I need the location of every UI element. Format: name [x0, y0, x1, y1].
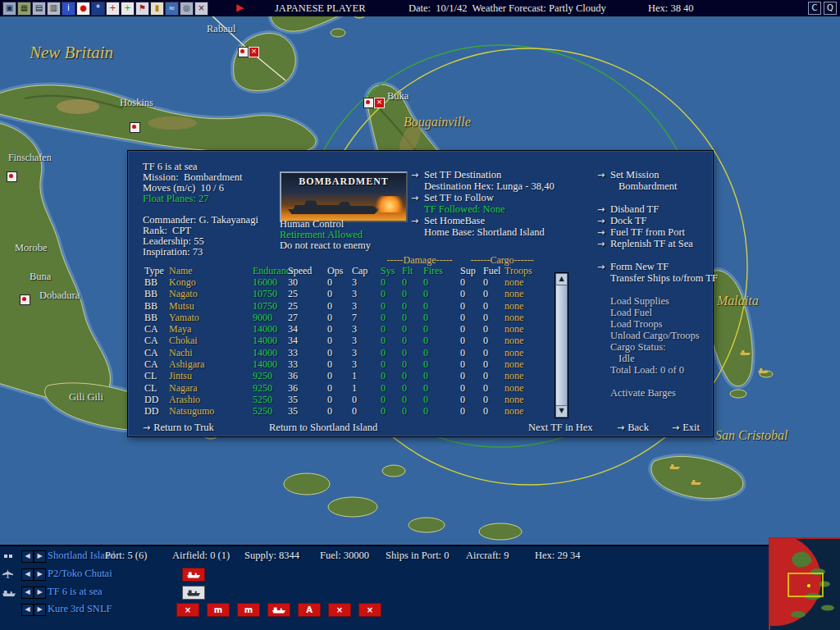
- japan-base-marker[interactable]: [20, 294, 30, 305]
- info-icon[interactable]: i: [62, 2, 75, 16]
- play-icon[interactable]: ▶: [236, 2, 244, 14]
- exit-button[interactable]: →Exit: [672, 422, 700, 434]
- next-button[interactable]: ▶: [34, 604, 46, 616]
- zoom-icon[interactable]: ◎: [180, 2, 194, 16]
- unit-icon-x[interactable]: ×: [358, 603, 381, 617]
- japan-flag-icon[interactable]: ●: [76, 2, 90, 16]
- ship-row-maya[interactable]: CAMaya14000340300000none: [144, 323, 544, 335]
- portrait-lines: Human ControlRetirement AllowedDo not re…: [280, 219, 371, 251]
- enemy-x-marker[interactable]: ×: [374, 98, 385, 108]
- scroll-track[interactable]: [555, 285, 568, 405]
- enemy-x-marker[interactable]: ×: [249, 47, 259, 57]
- unit-icon-ship[interactable]: [267, 603, 290, 617]
- ship-row-ashigara[interactable]: CAAshigara14000330300000none: [144, 358, 544, 370]
- prev-button[interactable]: ◀: [21, 568, 34, 581]
- label: Set TF Destination: [424, 169, 501, 180]
- unit-icon-A[interactable]: A: [298, 603, 321, 617]
- next-tf-in-hex-button[interactable]: Next TF in Hex: [528, 422, 593, 434]
- name: Maya: [169, 323, 253, 336]
- japan-base-marker[interactable]: [363, 98, 374, 108]
- scroll-down-button[interactable]: ▼: [555, 405, 568, 418]
- mission-portrait: BOMBARDMENT: [280, 171, 408, 222]
- unit-icon-x[interactable]: ×: [176, 603, 199, 617]
- prev-button[interactable]: ◀: [21, 550, 34, 563]
- return-to-truk-button[interactable]: →Return to Truk: [143, 422, 214, 434]
- entity-link[interactable]: Kure 3rd SNLF: [48, 603, 112, 615]
- entity-link[interactable]: TF 6 is at sea: [48, 586, 103, 598]
- speed: 34: [288, 323, 327, 336]
- do-not-react-to-enemy[interactable]: Do not react to enemy: [280, 240, 371, 251]
- allied-flag-icon[interactable]: *: [91, 2, 105, 16]
- label: Destination Hex: Lunga - 38,40: [424, 180, 555, 192]
- print-icon[interactable]: ▥: [47, 2, 61, 16]
- disband-tf[interactable]: →Disband TF: [597, 203, 718, 215]
- load-supplies[interactable]: Load Supplies: [597, 295, 718, 307]
- save-icon[interactable]: ▤: [32, 2, 46, 16]
- ship-row-jintsu[interactable]: CLJintsu9250360100000none: [144, 370, 544, 381]
- green-cross-icon[interactable]: +: [121, 2, 135, 16]
- label: Next TF in Hex: [528, 422, 593, 433]
- set-mission[interactable]: →Set Mission: [597, 169, 718, 180]
- ship-row-yamato[interactable]: BBYamato9000270700000none: [144, 312, 544, 323]
- ship-row-natsugumo[interactable]: DDNatsugumo5250350000000none: [144, 405, 544, 417]
- action-arrow-slot: →: [597, 238, 610, 250]
- name: Ashigara: [169, 358, 253, 371]
- prev-button[interactable]: ◀: [21, 604, 34, 616]
- next-button[interactable]: ▶: [34, 568, 46, 581]
- unit-icon-m[interactable]: m: [207, 603, 230, 617]
- sup: 0: [460, 358, 483, 371]
- return-to-shortland-island-button[interactable]: Return to Shortland Island: [269, 422, 377, 434]
- map-icon[interactable]: ▦: [17, 2, 31, 16]
- activate-barges[interactable]: Activate Barges: [597, 387, 718, 399]
- unit-icon-x[interactable]: ×: [328, 603, 351, 617]
- ship-row-chokai[interactable]: CAChokai14000340300000none: [144, 335, 544, 346]
- form-new-tf[interactable]: →Form New TF: [597, 261, 718, 272]
- load-troops[interactable]: Load Troops: [597, 318, 718, 330]
- ship-row-nagara[interactable]: CLNagara9250360100000none: [144, 382, 544, 394]
- fuel-tf-from-port[interactable]: →Fuel TF from Port: [597, 226, 718, 238]
- set-tf-to-follow[interactable]: →Set TF to Follow: [411, 192, 555, 203]
- capture-icon[interactable]: C: [808, 2, 821, 15]
- ship-row-arashio[interactable]: DDArashio5250350000000none: [144, 394, 544, 405]
- monitor-icon[interactable]: ▣: [2, 2, 16, 16]
- map-label-morobe: Morobe: [15, 242, 48, 254]
- ship-row-mutsu[interactable]: BBMutsu10750250300000none: [144, 300, 544, 312]
- ship-row-nagato[interactable]: BBNagato10750250300000none: [144, 288, 544, 299]
- next-button[interactable]: ▶: [34, 550, 46, 563]
- flag-icon[interactable]: ⚑: [135, 2, 149, 16]
- japan-base-marker[interactable]: [130, 122, 140, 133]
- quit-icon[interactable]: Q: [824, 2, 837, 15]
- sys: 0: [381, 288, 402, 300]
- unit-icon-m[interactable]: m: [237, 603, 260, 617]
- load-fuel[interactable]: Load Fuel: [597, 307, 718, 318]
- label: TF 6 is at sea: [143, 161, 198, 172]
- destination-actions: →Set TF DestinationDestination Hex: Lung…: [411, 169, 555, 238]
- label: Exit: [682, 422, 700, 433]
- ops: 0: [327, 382, 352, 395]
- back-button[interactable]: →Back: [617, 422, 649, 434]
- waves-icon[interactable]: ≈: [165, 2, 179, 16]
- scroll-up-button[interactable]: ▲: [555, 273, 568, 285]
- japan-base-marker[interactable]: [238, 47, 249, 57]
- set-homebase[interactable]: →Set HomeBase: [411, 215, 555, 226]
- ship-list-scrollbar[interactable]: ▲ ▼: [555, 272, 568, 418]
- set-tf-destination[interactable]: →Set TF Destination: [411, 169, 555, 180]
- ship-row-kongo[interactable]: BBKongo16000300300000none: [144, 276, 544, 288]
- bottom-row-kure-3rd-snlf: ◀▶Kure 3rd SNLF×mmA××: [0, 603, 840, 616]
- red-cross-icon[interactable]: +: [106, 2, 120, 16]
- unload-cargo-troops[interactable]: Unload Cargo/Troops: [597, 330, 718, 341]
- unit-icon-ship[interactable]: [182, 586, 205, 600]
- next-button[interactable]: ▶: [34, 587, 46, 599]
- dock-tf[interactable]: →Dock TF: [597, 215, 718, 226]
- entity-link[interactable]: P2/Toko Chutai: [48, 568, 112, 580]
- close-icon[interactable]: ×: [194, 2, 208, 16]
- unit-icon-ship[interactable]: [182, 568, 205, 582]
- chart-icon[interactable]: ▮: [150, 2, 164, 16]
- minimap[interactable]: [769, 537, 840, 630]
- fuel: 0: [483, 358, 504, 371]
- japan-base-marker[interactable]: [7, 171, 17, 182]
- replenish-tf-at-sea[interactable]: →Replenish TF at Sea: [597, 238, 718, 249]
- prev-button[interactable]: ◀: [21, 587, 34, 599]
- ship-row-nachi[interactable]: CANachi14000330300000none: [144, 347, 544, 358]
- label: Moves (m/c) 10 / 6: [143, 182, 224, 194]
